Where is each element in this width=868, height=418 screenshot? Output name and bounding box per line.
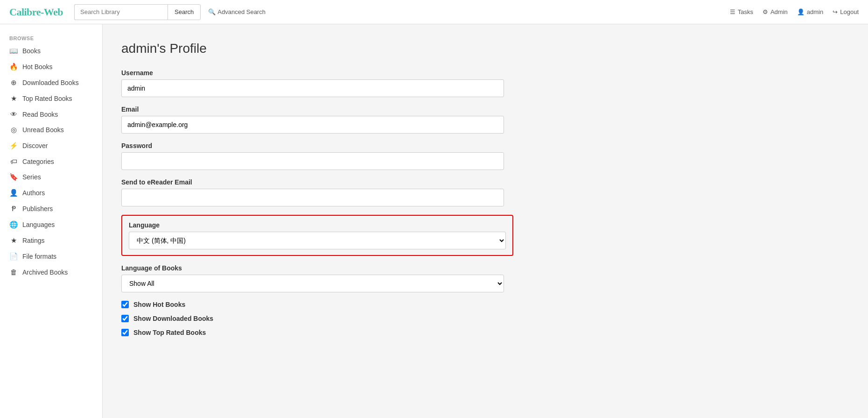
language-of-books-label: Language of Books [121,264,504,272]
admin-icon: ⚙ [763,8,768,15]
search-button[interactable]: Search [168,4,201,20]
file-formats-icon: 📄 [9,252,18,261]
sidebar-item-authors[interactable]: 👤 Authors [0,185,102,201]
show-downloaded-books-group: Show Downloaded Books [121,315,849,322]
sidebar-section-label: BROWSE [0,32,102,43]
downloaded-books-icon: ⊕ [9,78,18,87]
language-of-books-group: Language of Books Show AllEnglishGermanF… [121,264,504,292]
sidebar-item-label: Ratings [22,237,44,244]
email-input[interactable] [121,116,504,134]
languages-icon: 🌐 [9,220,18,229]
search-input[interactable] [74,4,168,20]
sidebar-item-books[interactable]: 📖 Books [0,43,102,59]
books-icon: 📖 [9,47,18,55]
language-label: Language [129,221,506,229]
authors-icon: 👤 [9,189,18,197]
user-link[interactable]: 👤 admin [797,8,823,15]
password-label: Password [121,142,504,149]
sidebar-item-label: Top Rated Books [22,95,72,102]
sidebar-item-label: Publishers [22,205,53,213]
sidebar-item-label: Languages [22,221,55,228]
sidebar-item-label: Read Books [22,111,58,118]
language-select[interactable]: 中文 (简体, 中国)EnglishDeutschFrançaisEspañol… [129,232,506,249]
sidebar-item-label: File formats [22,253,56,260]
sidebar-item-categories[interactable]: 🏷 Categories [0,154,102,169]
sidebar-item-label: Archived Books [22,269,68,276]
username-input[interactable] [121,79,504,97]
ereader-label: Send to eReader Email [121,178,504,186]
logout-icon: ↪ [833,8,838,15]
search-form: Search [74,4,201,20]
sidebar-item-label: Authors [22,189,45,197]
show-downloaded-books-label[interactable]: Show Downloaded Books [133,315,213,322]
sidebar-item-downloaded-books[interactable]: ⊕ Downloaded Books [0,75,102,91]
show-top-rated-books-checkbox[interactable] [121,329,129,336]
ratings-icon: ★ [9,236,18,245]
sidebar-item-languages[interactable]: 🌐 Languages [0,217,102,233]
user-icon: 👤 [797,8,805,15]
username-label: Username [121,69,504,77]
hot-books-icon: 🔥 [9,63,18,71]
email-label: Email [121,106,504,113]
show-top-rated-books-group: Show Top Rated Books [121,329,849,336]
top-rated-books-icon: ★ [9,94,18,103]
sidebar-item-ratings[interactable]: ★ Ratings [0,233,102,248]
sidebar-item-publishers[interactable]: Ᵽ Publishers [0,201,102,217]
show-top-rated-books-label[interactable]: Show Top Rated Books [133,329,206,336]
advanced-search-link[interactable]: 🔍 Advanced Search [208,8,266,15]
tasks-link[interactable]: ☰ Tasks [730,8,753,15]
nav-right: ☰ Tasks ⚙ Admin 👤 admin ↪ Logout [730,8,859,15]
ereader-group: Send to eReader Email [121,178,504,206]
sidebar-item-top-rated-books[interactable]: ★ Top Rated Books [0,91,102,106]
sidebar: BROWSE 📖 Books 🔥 Hot Books ⊕ Downloaded … [0,24,103,418]
ereader-input[interactable] [121,189,504,206]
archived-books-icon: 🗑 [9,268,18,276]
sidebar-item-series[interactable]: 🔖 Series [0,169,102,185]
sidebar-item-label: Categories [22,158,54,165]
brand-logo[interactable]: Calibre-Web [9,6,63,18]
sidebar-item-label: Discover [22,142,48,149]
sidebar-item-label: Hot Books [22,63,53,71]
read-books-icon: 👁 [9,110,18,118]
discover-icon: ⚡ [9,142,18,150]
show-downloaded-books-checkbox[interactable] [121,315,129,322]
password-input[interactable] [121,152,504,170]
sidebar-item-label: Books [22,47,41,55]
sidebar-item-hot-books[interactable]: 🔥 Hot Books [0,59,102,75]
main-content: admin's Profile Username Email Password … [103,24,868,418]
series-icon: 🔖 [9,173,18,181]
language-group-highlighted: Language 中文 (简体, 中国)EnglishDeutschFrança… [121,215,513,256]
search-icon: 🔍 [208,8,216,15]
sidebar-item-unread-books[interactable]: ◎ Unread Books [0,122,102,138]
sidebar-item-label: Series [22,173,41,181]
categories-icon: 🏷 [9,157,18,165]
show-hot-books-checkbox[interactable] [121,301,129,308]
sidebar-item-discover[interactable]: ⚡ Discover [0,138,102,154]
unread-books-icon: ◎ [9,126,18,134]
username-group: Username [121,69,504,97]
password-group: Password [121,142,504,170]
show-hot-books-group: Show Hot Books [121,301,849,308]
email-group: Email [121,106,504,134]
sidebar-item-label: Unread Books [22,126,64,134]
sidebar-item-archived-books[interactable]: 🗑 Archived Books [0,264,102,280]
sidebar-item-label: Downloaded Books [22,79,79,86]
top-nav: Calibre-Web Search 🔍 Advanced Search ☰ T… [0,0,868,24]
language-of-books-select[interactable]: Show AllEnglishGermanFrench [121,275,504,292]
logout-link[interactable]: ↪ Logout [833,8,859,15]
sidebar-item-file-formats[interactable]: 📄 File formats [0,248,102,264]
show-hot-books-label[interactable]: Show Hot Books [133,301,185,308]
sidebar-item-read-books[interactable]: 👁 Read Books [0,106,102,122]
admin-link[interactable]: ⚙ Admin [763,8,788,15]
page-title: admin's Profile [121,41,849,56]
tasks-icon: ☰ [730,8,735,15]
publishers-icon: Ᵽ [9,205,18,213]
